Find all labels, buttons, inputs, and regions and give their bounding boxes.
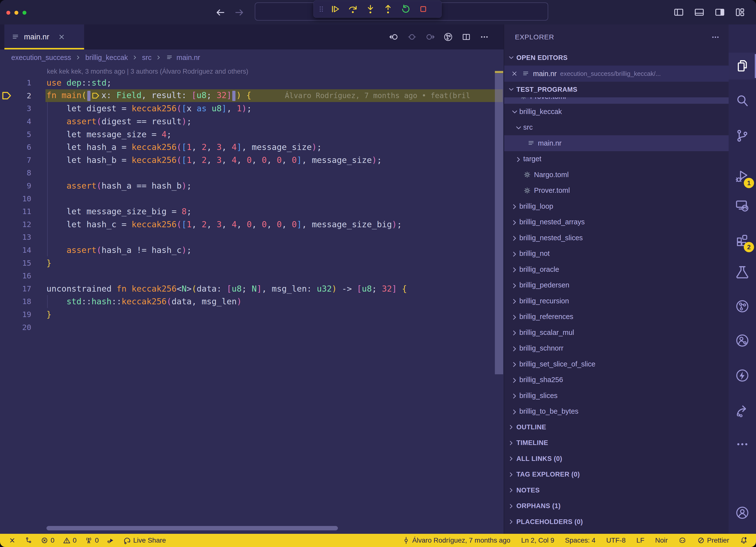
code-line-13[interactable]: 13	[0, 231, 504, 244]
continue-button[interactable]	[327, 2, 343, 16]
tree-item-brillig_references[interactable]: brillig_references	[504, 309, 729, 325]
activity-remote-explorer[interactable]	[729, 192, 756, 219]
activity-additional-views[interactable]	[729, 431, 756, 458]
status-cursor-position[interactable]: Ln 2, Col 9	[521, 536, 554, 544]
activity-thunder-client[interactable]	[729, 362, 756, 389]
code-line-11[interactable]: 11 let message_size_big = 8;	[0, 205, 504, 218]
stop-button[interactable]	[415, 2, 431, 16]
tree-item-brillig_keccak[interactable]: brillig_keccak	[504, 104, 729, 120]
status-notifications[interactable]	[740, 536, 748, 544]
activity-explorer[interactable]	[729, 53, 756, 79]
clipped-tree-row[interactable]: Prover.toml	[504, 97, 729, 104]
code-line-1[interactable]: 1use dep::std;	[0, 76, 504, 89]
breadcrumb-item-main.nr[interactable]: main.nr	[177, 54, 200, 62]
toggle-panel-left-button[interactable]	[673, 7, 684, 18]
tree-item-brillig_nested_arrays[interactable]: brillig_nested_arrays	[504, 214, 729, 230]
drag-handle-icon[interactable]	[317, 5, 325, 13]
tree-item-src[interactable]: src	[504, 120, 729, 135]
section-all-links-0-[interactable]: ALL LINKS (0)	[504, 451, 729, 467]
breadcrumb-item-brillig_keccak[interactable]: brillig_keccak	[85, 54, 128, 62]
split-editor-button[interactable]	[462, 32, 471, 42]
code-line-16[interactable]: 16	[0, 269, 504, 282]
activity-extensions[interactable]: 2	[729, 227, 756, 254]
code-editor[interactable]: kek kek kek, 3 months ago | 3 authors (Á…	[0, 66, 504, 534]
status-blame[interactable]: Álvaro Rodríguez, 7 months ago	[402, 536, 511, 544]
tree-item-brillig_oracle[interactable]: brillig_oracle	[504, 261, 729, 278]
activity-source-control[interactable]	[729, 122, 756, 149]
open-graph-button[interactable]	[444, 32, 453, 42]
toggle-panel-right-button[interactable]	[714, 7, 725, 18]
tree-item-brillig_recursion[interactable]: brillig_recursion	[504, 293, 729, 309]
code-line-6[interactable]: 6 let hash_a = keccak256([1, 2, 3, 4], m…	[0, 141, 504, 154]
section-notes[interactable]: NOTES	[504, 482, 729, 498]
section-timeline[interactable]: TIMELINE	[504, 435, 729, 451]
horizontal-scrollbar[interactable]	[46, 526, 338, 530]
breadcrumb-item-execution_success[interactable]: execution_success	[11, 54, 71, 62]
nav-forward-button[interactable]	[425, 32, 435, 42]
step-into-button[interactable]	[363, 2, 378, 16]
code-line-9[interactable]: 9 assert(hash_a == hash_b);	[0, 179, 504, 192]
tree-item-brillig_scalar_mul[interactable]: brillig_scalar_mul	[504, 325, 729, 341]
tree-item-Nargo.toml[interactable]: Nargo.toml	[504, 167, 729, 183]
status-warnings[interactable]: 0	[63, 536, 77, 544]
tree-item-main.nr[interactable]: main.nr	[504, 135, 729, 151]
status-formatter[interactable]: Prettier	[697, 536, 729, 544]
code-line-14[interactable]: 14 assert(hash_a != hash_c);	[0, 244, 504, 256]
step-out-button[interactable]	[380, 2, 396, 16]
tree-item-brillig_nested_slices[interactable]: brillig_nested_slices	[504, 230, 729, 246]
more-actions-button[interactable]	[480, 32, 489, 42]
activity-graph-view[interactable]	[729, 293, 756, 320]
status-encoding[interactable]: UTF-8	[606, 536, 625, 544]
history-forward-button[interactable]	[234, 7, 245, 18]
tree-item-brillig_slices[interactable]: brillig_slices	[504, 388, 729, 404]
code-line-3[interactable]: 3 let digest = keccak256([x as u8], 1);	[0, 102, 504, 115]
step-over-button[interactable]	[345, 2, 361, 16]
activity-share[interactable]	[729, 397, 756, 424]
activity-run-and-debug[interactable]: 1	[729, 163, 756, 189]
minimize-window-button[interactable]	[14, 11, 18, 15]
status-debug-status[interactable]	[107, 536, 115, 544]
code-line-7[interactable]: 7 let hash_b = keccak256([1, 2, 3, 4, 0,…	[0, 154, 504, 166]
open-editors-header[interactable]: OPEN EDITORS	[504, 50, 729, 66]
tree-item-brillig_loop[interactable]: brillig_loop	[504, 198, 729, 214]
section-placeholders-0-[interactable]: PLACEHOLDERS (0)	[504, 514, 729, 530]
activity-account[interactable]	[729, 499, 756, 526]
vertical-scrollbar[interactable]	[495, 73, 503, 374]
close-icon[interactable]	[511, 70, 518, 78]
section-orphans-1-[interactable]: ORPHANS (1)	[504, 498, 729, 514]
status-live-share[interactable]: Live Share	[123, 536, 166, 544]
tree-item-brillig_to_be_bytes[interactable]: brillig_to_be_bytes	[504, 404, 729, 420]
status-copilot[interactable]	[678, 536, 686, 544]
code-line-2[interactable]: 2fn main(x: Field, result: [u8; 32]) {Ál…	[0, 89, 504, 102]
section-backlinks[interactable]: BACKLINKS	[504, 530, 729, 534]
tree-item-brillig_pedersen[interactable]: brillig_pedersen	[504, 278, 729, 293]
section-tag-explorer-0-[interactable]: TAG EXPLORER (0)	[504, 467, 729, 483]
activity-contacts[interactable]	[729, 327, 756, 354]
breadcrumb-item-src[interactable]: src	[142, 54, 152, 62]
close-icon[interactable]	[57, 33, 66, 41]
activity-search[interactable]	[729, 87, 756, 114]
section-outline[interactable]: OUTLINE	[504, 419, 729, 435]
test-programs-header[interactable]: TEST_PROGRAMS	[504, 82, 729, 97]
code-line-18[interactable]: 18 std::hash::keccak256(data, msg_len)	[0, 295, 504, 308]
code-line-17[interactable]: 17unconstrained fn keccak256<N>(data: [u…	[0, 282, 504, 295]
nav-back-button[interactable]	[389, 32, 399, 42]
status-language-mode[interactable]: Noir	[655, 536, 667, 544]
status-errors[interactable]: 0	[41, 536, 55, 544]
status-forwarded-ports[interactable]: 0	[85, 536, 99, 544]
code-line-4[interactable]: 4 assert(digest == result);	[0, 115, 504, 128]
open-editor-item[interactable]: main.nr execution_success/brillig_keccak…	[504, 66, 729, 82]
status-remote[interactable]	[8, 536, 16, 544]
tree-item-Prover.toml[interactable]: Prover.toml	[504, 183, 729, 199]
status-eol[interactable]: LF	[636, 536, 645, 544]
code-line-5[interactable]: 5 let message_size = 4;	[0, 128, 504, 141]
restart-button[interactable]	[398, 2, 413, 16]
code-line-15[interactable]: 15}	[0, 256, 504, 269]
tree-item-brillig_not[interactable]: brillig_not	[504, 246, 729, 262]
code-line-20[interactable]: 20	[0, 321, 504, 334]
code-line-19[interactable]: 19}	[0, 308, 504, 321]
close-window-button[interactable]	[6, 11, 10, 15]
toggle-panel-bottom-button[interactable]	[694, 7, 705, 18]
status-git-graph[interactable]	[24, 536, 32, 544]
code-line-12[interactable]: 12 let hash_c = keccak256([1, 2, 3, 4, 0…	[0, 218, 504, 231]
